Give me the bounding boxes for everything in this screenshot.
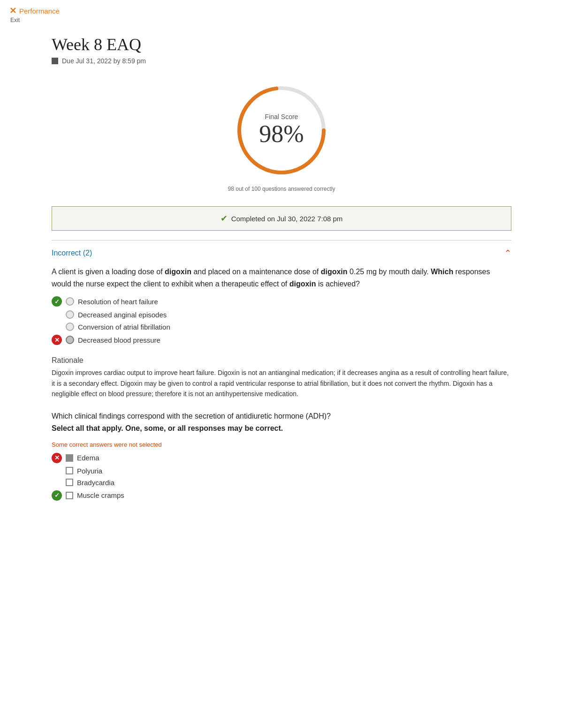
q2-option-4[interactable]: ✓ Muscle cramps — [52, 490, 511, 501]
q1-option-3-text: Conversion of atrial fibrillation — [78, 323, 170, 331]
question2-subtext: Select all that apply. One, some, or all… — [52, 424, 283, 432]
q1-option-1[interactable]: ✓ Resolution of heart failure — [52, 296, 511, 307]
question2-options: ✕ Edema Polyuria Bradycardia ✓ Muscle cr… — [52, 453, 511, 501]
q2-option-3-text: Bradycardia — [77, 479, 114, 487]
radio-selected[interactable] — [66, 336, 74, 344]
radio-unselected-3[interactable] — [66, 323, 74, 331]
checkbox-unselected-3[interactable] — [66, 479, 73, 486]
header: ✕ Performance Exit — [0, 0, 563, 25]
checkbox-unselected-4[interactable] — [66, 492, 73, 499]
q2-option-2[interactable]: Polyuria — [66, 467, 511, 475]
q1-option-2[interactable]: Decreased anginal episodes — [66, 310, 511, 319]
q2-correct-icon: ✓ — [52, 490, 62, 501]
rationale-title: Rationale — [52, 356, 511, 365]
q2-option-2-text: Polyuria — [77, 467, 102, 475]
exit-label[interactable]: Exit — [9, 17, 554, 23]
main-content: Week 8 EAQ Due Jul 31, 2022 by 8:59 pm F… — [0, 25, 563, 523]
chevron-up-icon[interactable]: ⌃ — [504, 248, 511, 258]
incorrect-icon: ✕ — [52, 335, 62, 345]
checkmark-icon: ✔ — [221, 213, 228, 224]
radio-unselected[interactable] — [66, 297, 74, 306]
close-icon[interactable]: ✕ — [9, 6, 16, 16]
q2-option-1-text: Edema — [77, 454, 99, 462]
some-correct-warning: Some correct answers were not selected — [52, 441, 511, 448]
question1-text: A client is given a loading dose of digo… — [52, 266, 511, 290]
final-score-label: Final Score — [259, 113, 304, 120]
completed-banner: ✔ Completed on Jul 30, 2022 7:08 pm — [52, 206, 511, 231]
page-title: Week 8 EAQ — [52, 35, 511, 54]
section-divider — [52, 240, 511, 240]
q2-option-4-text: Muscle cramps — [77, 491, 124, 499]
due-date-text: Due Jul 31, 2022 by 8:59 pm — [62, 57, 146, 65]
question1-options: ✓ Resolution of heart failure Decreased … — [52, 296, 511, 345]
checkbox-selected[interactable] — [66, 454, 73, 462]
score-percent: 98% — [259, 120, 304, 147]
q2-option-1[interactable]: ✕ Edema — [52, 453, 511, 463]
score-inner: Final Score 98% — [259, 113, 304, 147]
q2-incorrect-icon: ✕ — [52, 453, 62, 463]
question2-text: Which clinical findings correspond with … — [52, 410, 511, 434]
q1-option-4[interactable]: ✕ Decreased blood pressure — [52, 335, 511, 345]
correct-icon: ✓ — [52, 296, 62, 307]
incorrect-title[interactable]: Incorrect (2) — [52, 249, 92, 257]
question2-section: Which clinical findings correspond with … — [52, 410, 511, 500]
q1-option-3[interactable]: Conversion of atrial fibrillation — [66, 323, 511, 331]
completed-text: Completed on Jul 30, 2022 7:08 pm — [231, 215, 343, 223]
q1-option-1-text: Resolution of heart failure — [78, 298, 158, 306]
checkbox-unselected-2[interactable] — [66, 467, 73, 474]
rationale-text: Digoxin improves cardiac output to impro… — [52, 368, 511, 399]
calendar-icon — [52, 58, 58, 64]
score-section: Final Score 98% 98 out of 100 questions … — [52, 79, 511, 192]
score-circle: Final Score 98% — [230, 79, 333, 182]
q1-option-2-text: Decreased anginal episodes — [78, 311, 167, 319]
q2-option-3[interactable]: Bradycardia — [66, 479, 511, 487]
score-subtext: 98 out of 100 questions answered correct… — [228, 186, 335, 192]
rationale-section: Rationale Digoxin improves cardiac outpu… — [52, 356, 511, 399]
due-date-row: Due Jul 31, 2022 by 8:59 pm — [52, 57, 511, 65]
performance-link[interactable]: Performance — [19, 7, 60, 15]
radio-unselected-2[interactable] — [66, 310, 74, 319]
q1-option-4-text: Decreased blood pressure — [78, 336, 160, 344]
incorrect-section-header: Incorrect (2) ⌃ — [52, 248, 511, 258]
